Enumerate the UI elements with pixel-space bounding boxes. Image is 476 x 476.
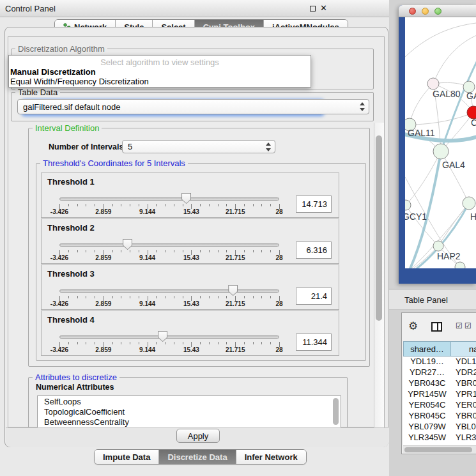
slider-tick xyxy=(156,342,157,344)
slider-tick xyxy=(261,296,262,298)
dropdown-item-equal-width-frequency[interactable]: Equal Width/Frequency Discretization xyxy=(10,77,149,86)
slider-thumb[interactable] xyxy=(123,239,132,250)
slider-tick-label: 9.144 xyxy=(139,254,155,261)
network-canvas[interactable]: GAL80GACGAL11GAL4GCY1HHAP2 xyxy=(405,17,476,268)
list-item[interactable]: TopologicalCoefficient xyxy=(38,406,341,417)
scrollbar-thumb[interactable] xyxy=(376,135,382,321)
cell-shared-name[interactable]: YDR27… xyxy=(403,367,451,378)
threshold-value-field[interactable]: 21.4 xyxy=(296,288,332,305)
threshold-value-field[interactable]: 6.316 xyxy=(296,242,332,259)
cell-shared-name[interactable]: YBR045C xyxy=(403,411,451,422)
slider-thumb[interactable] xyxy=(228,285,238,296)
network-node[interactable] xyxy=(427,78,439,89)
slider-track[interactable] xyxy=(59,289,279,293)
list-item[interactable]: BetweennessCentrality xyxy=(38,417,341,427)
threshold-panel: Threshold 3 21.4 -3.4262.8599.14415.4321… xyxy=(41,265,339,310)
list-scrollbar-thumb[interactable] xyxy=(333,398,339,425)
slider-track[interactable] xyxy=(59,335,279,339)
slider-tick xyxy=(139,342,139,344)
slider-tick xyxy=(253,342,254,344)
column-header-shared-name[interactable]: shared… xyxy=(403,341,451,357)
vertical-scrollbar[interactable] xyxy=(374,123,384,428)
cell-name[interactable]: YER054C xyxy=(451,400,476,411)
column-header-name[interactable]: name xyxy=(451,341,476,357)
slider-tick xyxy=(183,204,183,206)
table-row[interactable]: YBL079WYBL079W xyxy=(403,422,476,433)
slider-track[interactable] xyxy=(59,197,279,201)
network-edge[interactable] xyxy=(410,84,433,125)
slider-tick xyxy=(253,250,254,252)
horizontal-scrollbar[interactable] xyxy=(403,445,476,453)
settings-scroll-area: Interval Definition Number of Intervals … xyxy=(8,123,384,428)
network-edge[interactable] xyxy=(410,112,473,125)
cell-name[interactable]: YBR045C xyxy=(451,411,476,422)
float-window-icon[interactable] xyxy=(310,6,316,12)
slider-tick xyxy=(86,342,86,344)
checkbox-icon[interactable]: ☑ xyxy=(464,321,472,330)
slider-tick xyxy=(130,204,130,206)
gear-icon[interactable]: ⚙ xyxy=(408,319,418,333)
slider-tick xyxy=(183,250,183,252)
slider-tick xyxy=(156,296,157,298)
cell-shared-name[interactable]: YBL079W xyxy=(403,422,451,433)
slider-thumb[interactable] xyxy=(158,331,167,342)
checkbox-icon[interactable]: ☑ xyxy=(456,321,463,330)
network-node[interactable] xyxy=(433,241,443,251)
num-intervals-combobox[interactable]: 5 xyxy=(122,140,275,153)
table-row[interactable]: YDL19…YDL19 xyxy=(403,357,476,367)
minimize-traffic-light-icon[interactable] xyxy=(422,8,429,15)
cell-name[interactable]: YLR345W xyxy=(451,433,476,443)
network-node[interactable] xyxy=(405,200,411,210)
cell-shared-name[interactable]: YLR345W xyxy=(403,433,451,443)
table-row[interactable]: YPR145WYPR145W xyxy=(403,389,476,400)
cell-name[interactable]: YBR043C xyxy=(451,378,476,389)
table-row[interactable]: YBR043CYBR043C xyxy=(403,378,476,389)
cell-name[interactable]: YDL19 xyxy=(451,357,476,367)
tab-impute-data[interactable]: Impute Data xyxy=(95,450,159,464)
table-data-combobox[interactable]: galFiltered.sif default node xyxy=(17,99,369,114)
split-columns-icon[interactable] xyxy=(431,322,442,332)
dropdown-item-manual-discretization[interactable]: Manual Discretization xyxy=(10,67,96,77)
cell-name[interactable]: YBL079W xyxy=(451,422,476,433)
slider-tick xyxy=(174,204,174,206)
table-panel-titlebar: Table Panel xyxy=(389,289,476,310)
network-node[interactable] xyxy=(433,144,449,159)
table-row[interactable]: YBR045CYBR045C xyxy=(403,411,476,422)
slider-track[interactable] xyxy=(59,243,279,247)
slider-tick-label: 15.43 xyxy=(183,300,199,307)
close-icon[interactable]: ✕ xyxy=(320,3,327,13)
threshold-value-field[interactable]: 11.344 xyxy=(296,334,332,351)
cell-name[interactable]: YPR145W xyxy=(451,389,476,400)
network-edge[interactable] xyxy=(405,22,476,57)
list-item[interactable]: SelfLoops xyxy=(38,396,341,406)
threshold-value-field[interactable]: 14.713 xyxy=(296,196,332,213)
table-row[interactable]: YLR345WYLR345W xyxy=(403,433,476,443)
table-row[interactable]: YDR27…YDR27 xyxy=(403,367,476,378)
network-node[interactable] xyxy=(463,197,475,210)
tab-infer-network[interactable]: Infer Network xyxy=(236,450,306,464)
apply-button[interactable]: Apply xyxy=(176,429,220,443)
attributes-list[interactable]: SelfLoops TopologicalCoefficient Between… xyxy=(37,395,341,428)
close-traffic-light-icon[interactable] xyxy=(409,8,416,15)
scrollbar-thumb[interactable] xyxy=(404,447,472,452)
cell-shared-name[interactable]: YDL19… xyxy=(403,357,451,367)
slider-tick-label: 21.715 xyxy=(226,346,245,353)
cyni-toolbox-panel: Discretization Algorithm Table Data galF… xyxy=(4,27,388,447)
slider-tick xyxy=(226,250,227,252)
cell-name[interactable]: YDR27 xyxy=(451,367,476,378)
tab-discretize-data[interactable]: Discretize Data xyxy=(159,450,236,464)
table-body: YDL19…YDL19YDR27…YDR27YBR043CYBR043CYPR1… xyxy=(403,357,476,445)
slider-tick-label: 9.144 xyxy=(139,208,155,215)
cell-shared-name[interactable]: YER054C xyxy=(403,400,451,411)
cell-shared-name[interactable]: YBR043C xyxy=(403,378,451,389)
network-node[interactable] xyxy=(467,106,476,119)
dropdown-hint: Select algorithm to view settings xyxy=(9,58,311,67)
slider-tick xyxy=(209,204,210,206)
slider-thumb[interactable] xyxy=(181,193,191,204)
cell-shared-name[interactable]: YPR145W xyxy=(403,389,451,400)
slider-tick xyxy=(226,204,227,206)
network-node-label: GAL80 xyxy=(433,89,461,99)
zoom-traffic-light-icon[interactable] xyxy=(434,8,441,15)
table-row[interactable]: YER054CYER054C xyxy=(403,400,476,411)
slider-tick-label: 21.715 xyxy=(226,254,245,261)
